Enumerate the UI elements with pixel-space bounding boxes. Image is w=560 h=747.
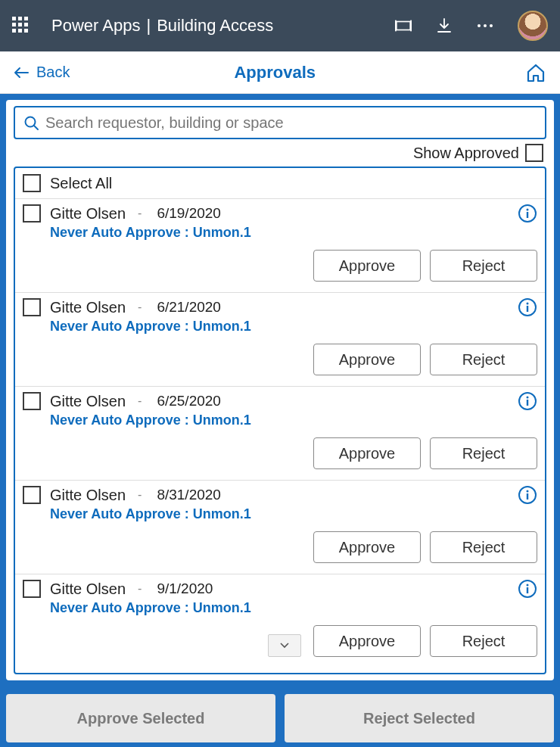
home-icon[interactable] — [525, 62, 546, 83]
svg-point-4 — [484, 24, 487, 27]
info-icon[interactable] — [518, 485, 537, 505]
reject-button[interactable]: Reject — [430, 531, 537, 563]
approve-button[interactable]: Approve — [313, 344, 421, 375]
request-checkbox[interactable] — [23, 204, 41, 223]
approve-button[interactable]: Approve — [313, 250, 421, 282]
svg-rect-18 — [527, 493, 528, 500]
svg-rect-9 — [527, 212, 528, 218]
request-sub: Never Auto Approve : Unmon.1 — [50, 506, 537, 522]
request-date: 6/25/2020 — [157, 393, 221, 409]
waffle-icon[interactable] — [12, 17, 30, 35]
request-checkbox[interactable] — [23, 298, 41, 316]
request-sub: Never Auto Approve : Unmon.1 — [50, 600, 537, 616]
reject-button[interactable]: Reject — [430, 344, 537, 375]
fit-to-screen-icon[interactable] — [395, 17, 412, 34]
svg-point-11 — [527, 303, 529, 305]
info-icon[interactable] — [518, 579, 537, 599]
show-approved-label: Show Approved — [413, 145, 519, 162]
search-input[interactable] — [39, 114, 537, 132]
page-title: Approvals — [24, 63, 525, 82]
svg-rect-12 — [527, 306, 528, 312]
approve-button[interactable]: Approve — [313, 437, 421, 469]
request-name: Gitte Olsen — [50, 487, 126, 504]
select-all-row: Select All — [15, 168, 545, 198]
request-date: 9/1/2020 — [157, 580, 213, 597]
approve-selected-button[interactable]: Approve Selected — [6, 694, 275, 742]
request-card: Gitte Olsen - 6/19/2020 Never Auto Appro… — [15, 198, 545, 292]
approve-button[interactable]: Approve — [313, 625, 421, 657]
svg-point-17 — [527, 490, 529, 493]
svg-rect-15 — [527, 400, 528, 406]
info-icon[interactable] — [518, 297, 537, 317]
svg-point-3 — [478, 24, 481, 27]
info-icon[interactable] — [518, 204, 537, 223]
requests-list: Select All Gitte Olsen - 6/19/2020 Never… — [14, 167, 546, 674]
reject-selected-button[interactable]: Reject Selected — [285, 694, 554, 742]
scroll-area[interactable]: Gitte Olsen - 6/19/2020 Never Auto Appro… — [15, 198, 545, 673]
request-checkbox[interactable] — [23, 392, 41, 410]
request-card: Gitte Olsen - 9/1/2020 Never Auto Approv… — [15, 574, 545, 668]
chevron-down-icon[interactable] — [268, 634, 301, 657]
reject-button[interactable]: Reject — [430, 625, 537, 657]
svg-point-5 — [490, 24, 493, 27]
more-icon[interactable] — [477, 17, 493, 34]
request-sub: Never Auto Approve : Unmon.1 — [50, 319, 537, 335]
download-icon[interactable] — [436, 17, 453, 34]
app-header: Power Apps|Building Access — [0, 0, 560, 51]
request-name: Gitte Olsen — [50, 205, 126, 223]
request-date: 6/21/2020 — [157, 299, 221, 316]
footer-bar: Approve Selected Reject Selected — [6, 694, 554, 742]
search-box[interactable] — [14, 106, 546, 139]
avatar[interactable] — [518, 11, 548, 41]
select-all-checkbox[interactable] — [23, 174, 41, 192]
reject-button[interactable]: Reject — [430, 437, 537, 469]
svg-point-20 — [527, 584, 529, 587]
request-card: Gitte Olsen - 6/21/2020 Never Auto Appro… — [15, 292, 545, 386]
content-area: Show Approved Select All Gitte Olsen - 6… — [0, 94, 560, 747]
svg-rect-0 — [397, 22, 410, 30]
approve-button[interactable]: Approve — [313, 531, 421, 563]
sub-header: Back Approvals — [0, 51, 560, 94]
reject-button[interactable]: Reject — [430, 250, 537, 282]
request-checkbox[interactable] — [23, 486, 41, 504]
show-approved-row: Show Approved — [14, 139, 546, 167]
svg-rect-2 — [410, 20, 412, 32]
svg-point-8 — [527, 209, 529, 211]
request-card: Gitte Olsen - 6/25/2020 Never Auto Appro… — [15, 386, 545, 480]
search-icon — [23, 114, 39, 131]
header-title: Power Apps|Building Access — [51, 16, 395, 36]
request-name: Gitte Olsen — [50, 299, 126, 316]
info-icon[interactable] — [518, 391, 537, 411]
svg-rect-1 — [395, 20, 397, 32]
request-card: Gitte Olsen - 8/31/2020 Never Auto Appro… — [15, 480, 545, 574]
request-sub: Never Auto Approve : Unmon.1 — [50, 225, 537, 241]
request-date: 6/19/2020 — [157, 205, 221, 222]
request-name: Gitte Olsen — [50, 393, 126, 410]
svg-point-14 — [527, 397, 529, 399]
request-date: 8/31/2020 — [157, 487, 221, 503]
select-all-label: Select All — [50, 175, 112, 192]
request-checkbox[interactable] — [23, 580, 41, 598]
request-sub: Never Auto Approve : Unmon.1 — [50, 412, 537, 428]
request-name: Gitte Olsen — [50, 580, 126, 598]
show-approved-checkbox[interactable] — [525, 144, 543, 162]
svg-rect-21 — [527, 587, 528, 593]
